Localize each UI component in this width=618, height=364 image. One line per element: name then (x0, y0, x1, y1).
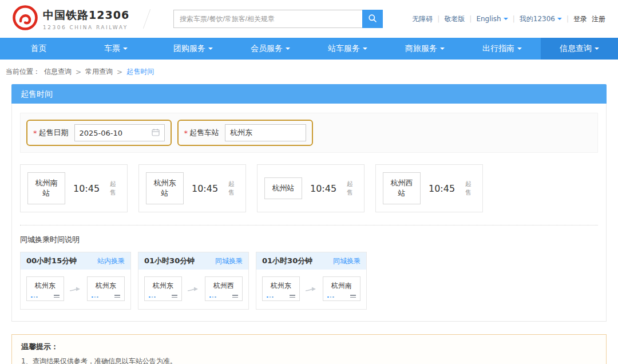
language-link-label: English (476, 15, 501, 23)
login-link[interactable]: 登录 (573, 14, 587, 24)
breadcrumb: 当前位置： 信息查询 > 常用查询 > 起售时间 (0, 60, 618, 83)
transfer-duration: 00小时15分钟 (26, 256, 77, 266)
platform-icon (266, 295, 296, 298)
chevron-down-icon (557, 18, 562, 22)
search-button[interactable] (362, 10, 383, 28)
sale-date-input[interactable]: 2025-06-10 (74, 124, 165, 141)
sale-station-highlight-box: * 起售车站 (177, 120, 314, 146)
nav-item-label: 站车服务 (328, 43, 360, 54)
elder-version-link[interactable]: 敬老版 (444, 14, 465, 24)
station-card: 杭州西站 10:45 起售 (375, 164, 483, 212)
nav-item-group-purchase[interactable]: 团购服务 (154, 38, 232, 60)
sale-station-input[interactable] (225, 124, 306, 141)
my-12306-link[interactable]: 我的12306 (520, 14, 562, 24)
sale-time-results: 杭州南站 10:45 起售 杭州东站 10:45 起售 杭州站 10:45 起售… (20, 164, 598, 212)
chevron-down-icon (517, 48, 522, 52)
transfer-to-station: 杭州东 (87, 276, 125, 301)
sale-date-value: 2025-06-10 (80, 129, 123, 137)
register-link[interactable]: 注册 (592, 14, 605, 24)
transfer-to-station: 杭州西 (205, 276, 243, 301)
arrow-right-icon (187, 286, 200, 292)
panel-title: 起售时间 (11, 84, 607, 104)
sale-time-panel: 起售时间 * 起售日期 2025-06-10 (11, 84, 607, 322)
required-asterisk: * (33, 129, 37, 137)
chevron-down-icon (123, 48, 128, 52)
transfer-type-tag: 站内换乘 (97, 256, 125, 266)
station-name: 杭州东 (148, 281, 179, 291)
sale-station-label: * 起售车站 (184, 128, 220, 138)
nav-item-business-travel[interactable]: 商旅服务 (386, 38, 464, 60)
platform-icon (326, 295, 357, 298)
link-separator: | (469, 15, 472, 23)
transfer-type-tag: 同城换乘 (215, 256, 243, 266)
query-form: * 起售日期 2025-06-10 (20, 113, 598, 153)
breadcrumb-item-info-query[interactable]: 信息查询 (44, 67, 72, 77)
nav-item-station-services[interactable]: 站车服务 (309, 38, 386, 60)
panel-body: * 起售日期 2025-06-10 (11, 104, 607, 322)
chevron-down-icon (363, 48, 367, 52)
language-link[interactable]: English (476, 15, 508, 23)
station-card: 杭州站 10:45 起售 (257, 164, 365, 212)
transfer-type-tag: 同城换乘 (333, 256, 360, 266)
sale-time-value: 10:45 (429, 183, 455, 194)
notice-box: 温馨提示： 1、查询结果仅供参考，准确信息以车站公告为准。 2、车站根据实际情况… (11, 334, 607, 364)
nav-item-label: 出行指南 (482, 43, 514, 54)
sale-time-value: 10:45 (73, 183, 100, 194)
chevron-down-icon (208, 48, 213, 52)
sale-time-value: 10:45 (192, 183, 218, 194)
breadcrumb-item-sale-time: 起售时间 (126, 67, 154, 77)
transfer-card: 00小时15分钟 站内换乘 杭州东 (20, 252, 131, 310)
platform-icon (90, 295, 121, 298)
station-card: 杭州南站 10:45 起售 (20, 164, 128, 212)
nav-item-label: 会员服务 (251, 43, 283, 54)
calendar-icon[interactable] (152, 128, 160, 138)
station-name: 杭州东 (30, 281, 61, 291)
nav-item-home[interactable]: 首页 (0, 38, 77, 60)
transfer-to-station: 杭州南 (323, 276, 360, 301)
nav-item-label: 车票 (104, 43, 120, 54)
platform-icon (30, 295, 61, 298)
search-box (173, 10, 383, 28)
chevron-down-icon (286, 48, 290, 52)
required-asterisk: * (184, 129, 188, 137)
logo-subtitle: 12306 CHINA RAILWAY (43, 25, 129, 30)
link-separator: | (566, 15, 569, 23)
transfer-card-header: 00小时15分钟 站内换乘 (21, 252, 130, 270)
sale-tag: 起售 (347, 180, 357, 197)
arrow-right-icon (69, 286, 82, 292)
header-divider (143, 9, 150, 29)
search-input[interactable] (173, 10, 362, 28)
nav-item-travel-guide[interactable]: 出行指南 (464, 38, 541, 60)
nav-item-tickets[interactable]: 车票 (77, 38, 154, 60)
notice-line: 1、查询结果仅供参考，准确信息以车站公告为准。 (21, 355, 597, 364)
transfer-card: 01小时30分钟 同城换乘 杭州东 (138, 252, 249, 310)
breadcrumb-item-common-query[interactable]: 常用查询 (85, 67, 113, 77)
transfer-duration: 01小时30分钟 (262, 256, 312, 266)
transfer-from-station: 杭州东 (144, 276, 182, 301)
sale-time-value: 10:45 (310, 183, 336, 194)
sale-tag: 起售 (228, 180, 239, 197)
accessibility-link[interactable]: 无障碍 (412, 14, 433, 24)
notice-title: 温馨提示： (21, 342, 597, 352)
station-name-chip: 杭州西站 (383, 172, 421, 204)
station-name-chip: 杭州南站 (27, 172, 65, 204)
nav-item-label: 团购服务 (173, 43, 205, 54)
transfer-section-title: 同城换乘时间说明 (20, 235, 598, 245)
platform-icon (148, 295, 179, 298)
station-name: 杭州东 (90, 281, 121, 291)
link-separator: | (437, 15, 439, 23)
chevron-down-icon (595, 48, 599, 52)
transfer-duration: 01小时30分钟 (144, 256, 195, 266)
railway-logo[interactable]: 中国铁路12306 12306 CHINA RAILWAY (13, 5, 129, 33)
railway-logo-icon (13, 5, 38, 33)
nav-item-label: 商旅服务 (405, 43, 437, 54)
arrow-right-icon (305, 286, 318, 292)
sale-tag: 起售 (110, 180, 120, 197)
chevron-down-icon (504, 18, 508, 22)
transfer-card-body: 杭州东 杭州东 (21, 270, 130, 309)
nav-item-membership[interactable]: 会员服务 (232, 38, 309, 60)
nav-item-label: 信息查询 (560, 43, 592, 54)
station-name-chip: 杭州站 (264, 177, 302, 199)
transfer-card-body: 杭州东 杭州西 (138, 270, 248, 309)
nav-item-info-query[interactable]: 信息查询 (541, 38, 618, 60)
